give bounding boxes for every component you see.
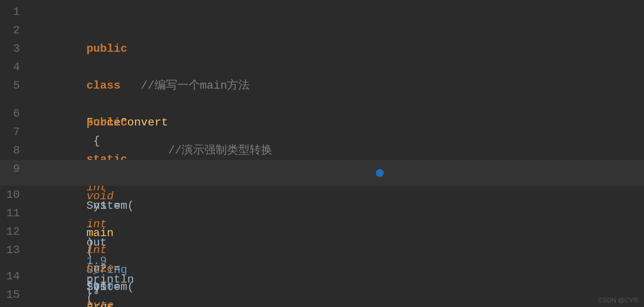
code-line-3: 3 — [0, 40, 644, 58]
code-content: 1 2 public class ForceConvert { 3 4 — [0, 0, 644, 307]
line-number-14: 14 — [0, 267, 28, 286]
line-number-11: 11 — [0, 204, 28, 223]
line-number-9: 9 — [0, 160, 28, 178]
code-line-9: 9 System . out . println ( "n1=" + n1); … — [0, 160, 644, 186]
code-line-4: 4 //编写一个main方法 — [0, 58, 644, 77]
line-content-15: } — [28, 286, 644, 307]
line-number-6: 6 — [0, 105, 28, 123]
code-line-1: 1 — [0, 3, 644, 21]
code-line-10: 10 — [0, 186, 644, 204]
code-line-15: 15 } — [0, 286, 644, 304]
line-number-15: 15 — [0, 286, 28, 304]
line-number-1: 1 — [0, 3, 28, 21]
line-number-13: 13 — [0, 241, 28, 259]
line-number-3: 3 — [0, 40, 28, 58]
code-editor: 1 2 public class ForceConvert { 3 4 — [0, 0, 644, 307]
code-line-6: 6 — [0, 105, 644, 123]
line-number-2: 2 — [0, 21, 28, 40]
code-line-2: 2 public class ForceConvert { — [0, 21, 644, 40]
line-number-10: 10 — [0, 186, 28, 204]
line-number-8: 8 — [0, 141, 28, 160]
line-number-12: 12 — [0, 223, 28, 241]
code-line-14: 14 } — [0, 267, 644, 286]
code-line-11: 11 int n2 = 2000 ; — [0, 204, 644, 223]
line-number-7: 7 — [0, 123, 28, 141]
cursor — [376, 169, 384, 177]
code-line-7: 7 //演示强制类型转换 — [0, 123, 644, 141]
code-line-8: 8 int n1 = ( int ) 1.9 ; — [0, 141, 644, 160]
code-line-12: 12 byte b1 = ( byte )n2; — [0, 223, 644, 241]
line-number-5: 5 — [0, 77, 28, 95]
watermark: CSDN @CYR. — [598, 297, 640, 304]
code-line-5: 5 public static void main ( String [] ar… — [0, 77, 644, 105]
code-line-13: 13 System . out . println ( "b1=" + b1);… — [0, 241, 644, 267]
line-number-4: 4 — [0, 58, 28, 77]
